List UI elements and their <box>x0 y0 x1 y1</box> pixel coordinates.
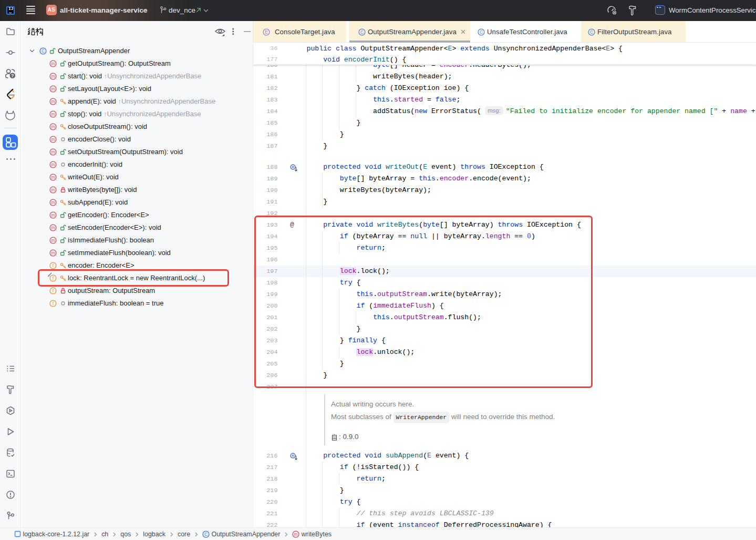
svg-text:?: ? <box>11 73 14 78</box>
svg-text:m: m <box>51 187 55 192</box>
svg-text:m: m <box>51 86 55 91</box>
svg-text:m: m <box>51 111 55 117</box>
svg-text:m: m <box>51 238 55 243</box>
svg-text:f: f <box>53 301 54 306</box>
svg-text:C: C <box>480 29 483 35</box>
svg-text:f: f <box>53 263 54 268</box>
svg-text:C: C <box>360 29 364 35</box>
svg-text:m: m <box>51 225 55 230</box>
svg-text:m: m <box>294 532 298 537</box>
svg-text:m: m <box>51 61 55 66</box>
svg-text:m: m <box>51 149 55 155</box>
svg-text:m: m <box>51 175 55 180</box>
svg-text:C: C <box>204 532 208 537</box>
svg-text:m: m <box>51 200 55 205</box>
svg-text:C: C <box>42 48 45 54</box>
svg-text:m: m <box>51 162 55 167</box>
svg-text:m: m <box>51 212 55 218</box>
svg-text:m: m <box>51 124 55 129</box>
svg-text:E: E <box>265 29 268 35</box>
svg-text:C: C <box>590 29 593 35</box>
svg-text:m: m <box>51 99 55 104</box>
svg-text:m: m <box>51 74 55 79</box>
svg-text:f: f <box>53 288 54 293</box>
svg-text:m: m <box>51 137 55 142</box>
svg-text:m: m <box>51 250 55 256</box>
